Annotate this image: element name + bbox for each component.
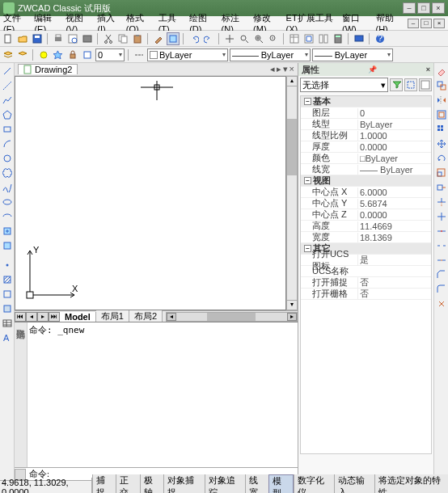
zoom-realtime-button[interactable] [238,32,251,45]
coordinates-display[interactable]: 4.9618, 11.3029, 0.0000 [0,478,92,494]
help-button[interactable]: ? [374,32,387,45]
explode-button[interactable] [435,297,448,310]
line-button[interactable] [1,65,14,78]
zoom-window-button[interactable] [252,32,265,45]
new-button[interactable] [2,32,15,45]
property-row[interactable]: UCS名称 [301,266,431,277]
layer-state-1-icon[interactable] [37,48,50,61]
mtext-button[interactable]: A [1,331,14,344]
status-toggle-4[interactable]: 对象追踪 [205,474,245,494]
layer-state-4-icon[interactable] [81,48,94,61]
layer-state-2-icon[interactable] [52,48,65,61]
status-toggle-0[interactable]: 捕捉 [92,474,116,494]
layer-previous-button[interactable] [16,48,29,61]
selection-combo[interactable]: 无选择▾ [300,78,388,92]
rectangle-button[interactable] [1,123,14,136]
property-row[interactable]: 打开栅格否 [301,289,431,300]
polygon-button[interactable] [1,108,14,121]
save-button[interactable] [31,32,44,45]
tab-prev-button[interactable]: ◂ [270,64,275,74]
undo-button[interactable] [188,32,201,45]
mirror-button[interactable] [435,94,448,107]
chamfer-button[interactable] [435,268,448,281]
property-row[interactable]: 线型ByLayer [301,119,431,130]
property-row[interactable]: 高度11.4669 [301,221,431,232]
status-toggle-6[interactable]: 模型 [268,474,294,494]
property-category[interactable]: −基本 [301,96,431,107]
publish-button[interactable] [81,32,94,45]
property-row[interactable]: 图层0 [301,107,431,119]
status-toggle-8[interactable]: 动态输入 [334,474,374,494]
status-toggle-3[interactable]: 对象捕捉 [163,474,204,494]
linetype-combo[interactable]: ——— ByLayer▾ [230,48,311,61]
offset-button[interactable] [435,108,448,121]
cut-button[interactable] [102,32,115,45]
point-button[interactable] [1,259,14,272]
paste-button[interactable] [131,32,144,45]
quick-select-button[interactable] [390,78,403,91]
calculator-button[interactable] [332,32,344,45]
ellipse-arc-button[interactable] [1,210,14,223]
ellipse-button[interactable] [1,196,14,209]
join-button[interactable] [435,254,448,267]
spline-button[interactable] [1,181,14,194]
properties-pin-button[interactable]: 📌 [368,65,377,74]
tab-next-button[interactable]: ▸ [277,64,281,74]
break-button[interactable] [435,239,448,252]
polyline-button[interactable] [1,94,14,107]
erase-button[interactable] [435,65,448,78]
rotate-button[interactable] [435,152,448,165]
tab-next2-button[interactable]: ▸ [37,312,49,322]
canvas-vscrollbar[interactable]: ▴ ▾ [286,76,298,310]
print-button[interactable] [52,32,65,45]
layout2-tab[interactable]: 布局2 [129,310,163,322]
trim-button[interactable] [435,196,448,209]
tab-prev2-button[interactable]: ◂ [26,312,37,322]
property-row[interactable]: 厚度0.0000 [301,141,431,153]
properties-close-button[interactable]: × [426,65,430,74]
redo-button[interactable] [202,32,215,45]
construction-line-button[interactable] [1,79,14,92]
property-row[interactable]: 中心点 Z0.0000 [301,209,431,221]
region-button[interactable] [1,302,14,315]
property-row[interactable]: 颜色□ByLayer [301,153,431,164]
hatch-button[interactable] [1,273,14,286]
insert-block-button[interactable] [1,225,14,238]
design-center-button[interactable] [302,32,315,45]
layout1-tab[interactable]: 布局1 [96,310,129,322]
select-objects-button[interactable] [404,78,417,91]
mdi-close-button[interactable]: × [433,19,445,28]
table-button[interactable] [1,317,14,330]
array-button[interactable] [435,123,448,136]
stretch-button[interactable] [435,181,448,194]
scale-button[interactable] [435,166,448,179]
status-toggle-5[interactable]: 线宽 [245,474,269,494]
property-row[interactable]: 线宽—— ByLayer [301,164,431,175]
zoom-previous-button[interactable] [267,32,280,45]
tab-close-button[interactable]: × [290,64,294,74]
mdi-minimize-button[interactable]: – [408,19,419,28]
close-button[interactable]: × [432,2,445,14]
properties-grid[interactable]: −基本图层0线型ByLayer线型比例1.0000厚度0.0000颜色□ByLa… [300,95,432,454]
property-row[interactable]: 线型比例1.0000 [301,130,431,141]
property-row[interactable]: 宽度18.1369 [301,232,431,243]
make-block-button[interactable] [1,239,14,252]
tool-palettes-button[interactable] [317,32,330,45]
tab-first-button[interactable]: ⏮ [15,312,26,322]
property-category[interactable]: −视图 [301,175,431,187]
lineweight-combo[interactable]: —— ByLayer▾ [312,48,393,61]
properties-button[interactable] [288,32,301,45]
drawing-canvas[interactable]: Y X [15,76,286,310]
layer-manager-button[interactable] [2,48,15,61]
property-row[interactable]: 打开UCS图标是 [301,255,431,266]
block-editor-button[interactable] [167,32,180,45]
layer-state-3-icon[interactable] [66,48,79,61]
property-row[interactable]: 中心点 Y5.6874 [301,198,431,209]
status-toggle-9[interactable]: 将选定对象的特性 [374,474,448,494]
status-toggle-1[interactable]: 正交 [116,474,140,494]
arc-button[interactable] [1,137,14,150]
layer-name-combo[interactable]: 0▾ [95,48,125,61]
maximize-button[interactable]: □ [417,2,430,14]
minimize-button[interactable]: – [403,2,416,14]
property-row[interactable]: 打开捕捉否 [301,277,431,289]
